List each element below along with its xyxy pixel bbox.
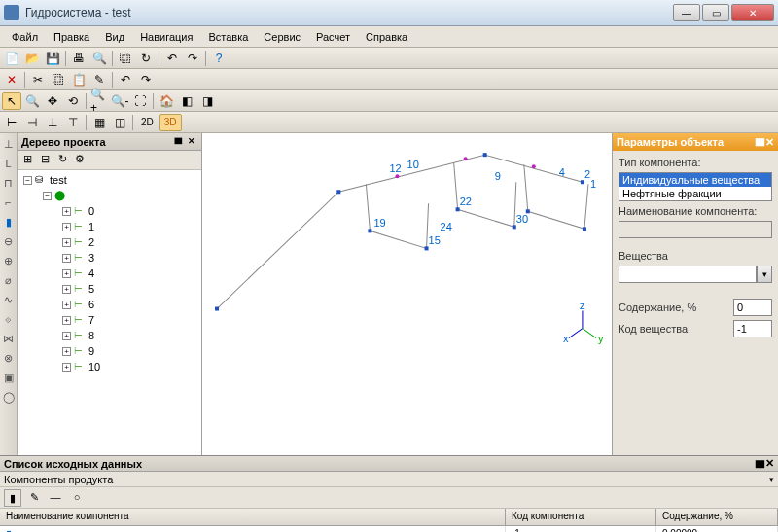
3d-button[interactable]: 3D <box>159 114 182 131</box>
src-btn3-icon[interactable]: — <box>47 489 64 507</box>
print-icon[interactable]: 🖶 <box>69 50 88 67</box>
expand-icon[interactable]: + <box>62 332 71 340</box>
tree-item[interactable]: +⊢4 <box>19 266 199 281</box>
zoomin-icon[interactable]: 🔍+ <box>89 92 109 110</box>
collapse-icon[interactable]: − <box>23 176 32 185</box>
src-close-icon[interactable]: ✕ <box>765 457 774 470</box>
menu-edit[interactable]: Правка <box>46 29 97 45</box>
tree-item[interactable]: +⊢7 <box>19 312 199 328</box>
copy-icon[interactable]: ⿻ <box>116 50 135 67</box>
menu-calc[interactable]: Расчет <box>308 29 358 45</box>
expand-icon[interactable]: + <box>62 301 71 309</box>
dropdown-icon[interactable]: ▾ <box>757 266 772 283</box>
vt-6-icon[interactable]: ⊖ <box>2 234 16 248</box>
maximize-button[interactable]: ▭ <box>702 4 729 21</box>
vt-8-icon[interactable]: ⌀ <box>2 273 16 287</box>
zoom-icon[interactable]: 🔍 <box>22 92 42 110</box>
src-btn4-icon[interactable]: ○ <box>68 489 86 507</box>
vt-1-icon[interactable]: ⊥ <box>2 137 16 151</box>
content-input[interactable] <box>733 299 772 316</box>
undo-icon[interactable]: ↶ <box>162 50 182 67</box>
tree-item[interactable]: +⊢6 <box>19 297 199 312</box>
expand-icon[interactable]: + <box>62 238 71 247</box>
preview-icon[interactable]: 🔍 <box>89 50 109 67</box>
cut-icon[interactable]: ✂ <box>28 71 48 89</box>
grid-icon[interactable]: ▦ <box>89 114 109 131</box>
open-icon[interactable]: 📂 <box>22 50 42 67</box>
rotate-icon[interactable]: ⟲ <box>63 92 83 110</box>
cell-name[interactable]: ▮ <box>0 526 506 532</box>
vt-4-icon[interactable]: ⌐ <box>2 195 16 209</box>
menu-file[interactable]: Файл <box>4 29 46 45</box>
mode1-icon[interactable]: ⊢ <box>2 114 21 131</box>
expand-icon[interactable]: + <box>62 363 71 372</box>
3d-viewport[interactable]: 1210 191524 22309 421 zxy <box>202 133 613 455</box>
src-pin-icon[interactable]: ⯀ <box>755 458 765 470</box>
src-btn2-icon[interactable]: ✎ <box>25 489 43 507</box>
pin-icon[interactable]: ⯀ <box>172 136 184 148</box>
tree-t3-icon[interactable]: ↻ <box>54 153 70 168</box>
mode2-icon[interactable]: ⊣ <box>22 114 42 131</box>
tool-b-icon[interactable]: ◨ <box>197 92 217 110</box>
expand-icon[interactable]: + <box>62 285 71 294</box>
name-input[interactable] <box>619 221 772 238</box>
minimize-button[interactable]: — <box>673 4 700 21</box>
vt-5-icon[interactable]: ▮ <box>2 215 16 229</box>
fit-icon[interactable]: ⛶ <box>130 92 150 110</box>
tree-t1-icon[interactable]: ⊞ <box>19 153 35 168</box>
props-pin-icon[interactable]: ⯀ <box>755 136 765 148</box>
expand-icon[interactable]: + <box>62 316 71 325</box>
tool-a-icon[interactable]: ◧ <box>177 92 196 110</box>
home-icon[interactable]: 🏠 <box>157 92 176 110</box>
paste-icon[interactable]: 📋 <box>69 71 88 89</box>
subst-input[interactable] <box>619 266 757 283</box>
menu-view[interactable]: Вид <box>97 29 132 45</box>
type-listbox[interactable]: Индивидуальные вещества Нефтяные фракции <box>619 172 772 201</box>
tree-group[interactable]: − ⬤ <box>19 188 199 203</box>
source-subtitle[interactable]: Компоненты продукта ▾ <box>0 472 778 487</box>
expand-icon[interactable]: + <box>62 223 71 231</box>
grid-row[interactable]: ▮ -1 0.00000 <box>0 526 778 532</box>
col-name[interactable]: Наименование компонента <box>0 509 506 525</box>
tree-body[interactable]: − ⛁ test − ⬤ +⊢0+⊢1+⊢2+⊢3+⊢4+⊢5+⊢6+⊢7+⊢8… <box>18 170 201 455</box>
box-icon[interactable]: ◫ <box>110 114 129 131</box>
refresh-icon[interactable]: ↻ <box>136 50 156 67</box>
expand-icon[interactable]: + <box>62 207 71 216</box>
new-icon[interactable]: 📄 <box>2 50 21 67</box>
vt-14-icon[interactable]: ◯ <box>2 390 16 404</box>
tree-item[interactable]: +⊢5 <box>19 281 199 297</box>
mode4-icon[interactable]: ⊤ <box>63 114 83 131</box>
mode3-icon[interactable]: ⊥ <box>43 114 62 131</box>
select-icon[interactable]: ↖ <box>2 92 21 110</box>
vt-12-icon[interactable]: ⊗ <box>2 351 16 365</box>
zoomout-icon[interactable]: 🔍- <box>110 92 129 110</box>
vt-2-icon[interactable]: L <box>2 157 16 170</box>
tree-item[interactable]: +⊢8 <box>19 328 199 343</box>
collapse-icon[interactable]: − <box>43 192 52 200</box>
brush-icon[interactable]: ✎ <box>89 71 109 89</box>
type-option-0[interactable]: Индивидуальные вещества <box>619 173 771 187</box>
vt-3-icon[interactable]: ⊓ <box>2 176 16 190</box>
expand-icon[interactable]: + <box>62 269 71 278</box>
redo2-icon[interactable]: ↷ <box>136 71 156 89</box>
menu-insert[interactable]: Вставка <box>200 29 256 45</box>
props-close-icon[interactable]: ✕ <box>765 136 774 149</box>
expand-icon[interactable]: + <box>62 254 71 263</box>
save-icon[interactable]: 💾 <box>43 50 62 67</box>
menu-nav[interactable]: Навигация <box>132 29 200 45</box>
help-icon[interactable]: ? <box>209 50 229 67</box>
col-code[interactable]: Код компонента <box>506 509 656 525</box>
delete-icon[interactable]: ✕ <box>2 71 21 89</box>
close-button[interactable]: ✕ <box>731 4 774 21</box>
vt-7-icon[interactable]: ⊕ <box>2 254 16 267</box>
menu-help[interactable]: Справка <box>358 29 415 45</box>
tree-item[interactable]: +⊢2 <box>19 234 199 250</box>
type-option-1[interactable]: Нефтяные фракции <box>619 187 771 200</box>
menu-service[interactable]: Сервис <box>256 29 308 45</box>
tree-item[interactable]: +⊢9 <box>19 343 199 359</box>
tree-t2-icon[interactable]: ⊟ <box>37 153 53 168</box>
vt-13-icon[interactable]: ▣ <box>2 371 16 384</box>
col-content[interactable]: Содержание, % <box>656 509 778 525</box>
tree-item[interactable]: +⊢10 <box>19 359 199 374</box>
tree-t4-icon[interactable]: ⚙ <box>72 153 88 168</box>
